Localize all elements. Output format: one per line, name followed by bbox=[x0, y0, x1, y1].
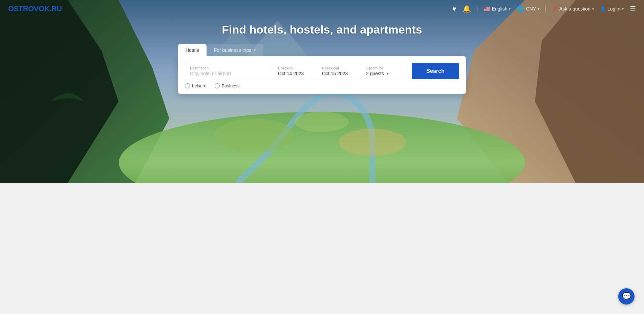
logo[interactable]: OSTROVOK.RU bbox=[8, 4, 62, 13]
checkin-label: Check-in bbox=[278, 66, 312, 70]
destination-field[interactable]: Destination bbox=[185, 63, 273, 79]
tab-business-label: For business trips bbox=[214, 47, 251, 53]
rooms-field[interactable]: 1 room for 2 guests ▾ bbox=[361, 63, 412, 79]
checkout-field[interactable]: Check-out Oct 15 2023 bbox=[317, 63, 361, 79]
search-inputs-row: Destination Check-in Oct 14 2023 Check-o… bbox=[185, 63, 459, 79]
language-selector[interactable]: 🇺🇸 English ▾ bbox=[484, 6, 511, 12]
destination-input[interactable] bbox=[190, 71, 268, 76]
leisure-label: Leisure bbox=[192, 83, 207, 88]
help-icon: ❓ bbox=[552, 6, 558, 12]
business-radio[interactable] bbox=[215, 83, 220, 88]
trip-type-row: Leisure Business bbox=[185, 83, 459, 88]
rooms-chevron-icon: ▾ bbox=[387, 71, 389, 76]
checkout-label: Check-out bbox=[322, 66, 356, 70]
external-link-icon: ↗ bbox=[253, 48, 256, 53]
leisure-radio-label[interactable]: Leisure bbox=[185, 83, 207, 88]
login-button[interactable]: 👤 Log in ▾ bbox=[600, 6, 624, 12]
svg-point-7 bbox=[339, 129, 406, 156]
chat-icon: 💬 bbox=[622, 292, 631, 301]
language-chevron-icon: ▾ bbox=[509, 7, 511, 11]
globe-icon: 🌐 bbox=[517, 5, 524, 13]
divider2 bbox=[545, 6, 546, 12]
notifications-icon[interactable]: 🔔 bbox=[463, 5, 471, 13]
currency-label: CNY bbox=[526, 6, 536, 12]
business-label: Business bbox=[222, 83, 240, 88]
destination-label: Destination bbox=[190, 66, 268, 70]
hamburger-icon: ☰ bbox=[630, 5, 636, 13]
rooms-value: 2 guests bbox=[366, 71, 384, 76]
svg-point-6 bbox=[213, 119, 295, 152]
hero-section: Find hotels, hostels, and apartments Hot… bbox=[0, 0, 644, 183]
leisure-radio[interactable] bbox=[185, 83, 190, 88]
currency-chevron-icon: ▾ bbox=[538, 7, 539, 11]
menu-button[interactable]: ☰ bbox=[630, 5, 636, 13]
currency-selector[interactable]: 🌐 CNY ▾ bbox=[517, 5, 539, 13]
login-label: Log in bbox=[607, 6, 620, 12]
checkin-field[interactable]: Check-in Oct 14 2023 bbox=[273, 63, 317, 79]
help-label: Ask a question bbox=[559, 6, 591, 12]
divider bbox=[477, 6, 477, 12]
svg-point-8 bbox=[295, 112, 349, 132]
rooms-label: 1 room for bbox=[366, 66, 407, 70]
checkin-value: Oct 14 2023 bbox=[278, 71, 312, 76]
search-tabs: Hotels For business trips ↗ bbox=[178, 44, 466, 56]
search-box: Destination Check-in Oct 14 2023 Check-o… bbox=[178, 56, 466, 94]
favorites-icon[interactable]: ♥ bbox=[452, 5, 456, 13]
business-radio-label[interactable]: Business bbox=[215, 83, 240, 88]
header-nav: ♥ 🔔 🇺🇸 English ▾ 🌐 CNY ▾ ❓ Ask a questio… bbox=[452, 5, 636, 13]
chat-button[interactable]: 💬 bbox=[618, 288, 635, 305]
search-button[interactable]: Search bbox=[412, 63, 459, 79]
help-button[interactable]: ❓ Ask a question ▾ bbox=[552, 6, 594, 12]
language-label: English bbox=[492, 6, 508, 12]
checkout-value: Oct 15 2023 bbox=[322, 71, 356, 76]
hero-title: Find hotels, hostels, and apartments bbox=[222, 23, 422, 36]
tab-business[interactable]: For business trips ↗ bbox=[207, 44, 263, 56]
flag-icon: 🇺🇸 bbox=[484, 6, 490, 12]
user-icon: 👤 bbox=[600, 6, 606, 12]
rooms-row: 2 guests ▾ bbox=[366, 71, 407, 76]
search-box-wrapper: Hotels For business trips ↗ Destination … bbox=[178, 44, 466, 94]
header: OSTROVOK.RU ♥ 🔔 🇺🇸 English ▾ 🌐 CNY ▾ ❓ A… bbox=[0, 0, 644, 18]
tab-hotels[interactable]: Hotels bbox=[178, 44, 207, 56]
login-chevron-icon: ▾ bbox=[622, 7, 624, 11]
help-chevron-icon: ▾ bbox=[592, 7, 594, 11]
